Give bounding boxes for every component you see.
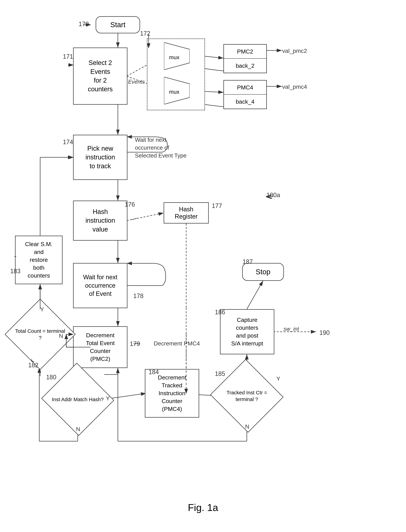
start-node: Start (96, 16, 140, 33)
n-inst-label: N (76, 426, 80, 433)
decrement-pmc4-text: Decrement PMC4 (154, 340, 200, 347)
sw-int-text: sw_int (283, 326, 299, 332)
wait-event-label: Wait for next occurrence of Event (83, 273, 117, 298)
ref-100a-text: 100a (267, 192, 280, 199)
inst-addr-diamond: Inst Addr Match Hash? (51, 374, 104, 424)
ref-179-label: 179 (130, 340, 140, 347)
val-pmc2-label: val_pmc2 (282, 48, 307, 54)
ref-179-text: 179 (130, 340, 140, 347)
y-inst-label: Y (106, 395, 110, 402)
svg-text:mux: mux (169, 54, 179, 60)
wait-selected-label: Wait for next occurrence of Selected Eve… (135, 136, 190, 160)
events-label: Events (128, 79, 145, 85)
hash-instr-node: Hash instruction value (73, 201, 127, 241)
ref-177-text: 177 (212, 202, 222, 209)
ref-182-text: 182 (28, 362, 38, 369)
ref-100a-label: 100a (267, 192, 280, 199)
ref-183-label: 183 (10, 268, 21, 275)
pick-new-label: Pick new instruction to track (85, 144, 115, 171)
decrement-tracked-node: Decrement Tracked Instruction Counter (P… (145, 369, 199, 418)
pmc4-node: PMC4 back_4 (223, 80, 267, 109)
ref-170-text: 170 (79, 21, 89, 28)
capture-counters-node: Capture counters and post S/A interrupt (220, 309, 274, 354)
clear-sm-label: Clear S.M. and restore both counters (25, 240, 53, 279)
pmc2-label: PMC2 (237, 48, 253, 55)
select-events-node: Select 2 Events for 2 counters (73, 48, 127, 105)
diagram: Start 170 Select 2 Events for 2 counters… (0, 0, 406, 532)
stop-node: Stop (242, 263, 284, 281)
ref-176-label: 176 (125, 201, 135, 208)
hash-register-label: Hash Register (175, 206, 198, 220)
ref-182-label: 182 (28, 362, 38, 369)
ref-190-text: 190 (319, 329, 330, 336)
val-pmc4-label: val_pmc4 (282, 83, 307, 90)
y-inst-text: Y (106, 395, 110, 402)
ref-180-text: 180 (46, 374, 56, 381)
ref-185-text: 185 (215, 370, 225, 377)
ref-172-label: 172 (140, 30, 150, 37)
back2-label: back_2 (236, 62, 254, 69)
ref-176-text: 176 (125, 201, 135, 208)
events-text: Events (128, 79, 145, 85)
ref-185-label: 185 (215, 370, 225, 377)
y-tracked-text: Y (276, 375, 280, 382)
n-tracked-label: N (245, 423, 249, 430)
inst-addr-text: Inst Addr Match Hash? (52, 397, 104, 402)
decrement-total-label: Decrement Total Event Counter (PMC2) (86, 331, 115, 363)
ref-186-text: 186 (215, 309, 225, 316)
sw-int-label: sw_int (283, 326, 299, 332)
ref-177-label: 177 (212, 202, 222, 210)
ref-178-label: 178 (133, 292, 144, 300)
tracked-inst-text: Tracked Inst Ctr = terminal ? (226, 390, 267, 402)
ref-170-label: 170 (79, 21, 89, 28)
fig-label-text: Fig. 1a (188, 502, 218, 513)
y-total-text: Y (40, 306, 44, 313)
ref-178-text: 178 (133, 292, 144, 300)
n-tracked-text: N (245, 423, 249, 430)
mux-lower: mux (164, 77, 190, 104)
wait-selected-text: Wait for next occurrence of Selected Eve… (135, 137, 187, 159)
pick-new-node: Pick new instruction to track (73, 135, 127, 180)
total-count-text: Total Count = terminal ? (15, 328, 65, 340)
svg-line-18 (247, 281, 263, 309)
tracked-inst-diamond: Tracked Inst Ctr = terminal ? (220, 371, 274, 421)
back4-label: back_4 (236, 98, 254, 105)
ref-184-text: 184 (149, 368, 159, 375)
total-count-diamond: Total Count = terminal ? (15, 309, 65, 360)
wait-event-node: Wait for next occurrence of Event (73, 263, 127, 308)
ref-187-text: 187 (243, 258, 253, 265)
hash-register-node: Hash Register (164, 202, 209, 224)
decrement-tracked-label: Decrement Tracked Instruction Counter (P… (158, 374, 186, 413)
ref-186-label: 186 (215, 309, 225, 316)
capture-counters-label: Capture counters and post S/A interrupt (231, 316, 263, 347)
ref-190-label: 190 (319, 329, 330, 336)
ref-183-text: 183 (10, 268, 21, 275)
val-pmc2-text: val_pmc2 (282, 48, 307, 54)
y-total-label: Y (40, 306, 44, 313)
ref-174-label: 174 (63, 139, 73, 146)
ref-180-label: 180 (46, 374, 56, 381)
svg-line-24 (127, 213, 164, 221)
pmc2-node: PMC2 back_2 (223, 44, 267, 73)
ref-187-label: 187 (243, 258, 253, 265)
ref-171-text: 171 (63, 53, 73, 60)
val-pmc4-text: val_pmc4 (282, 83, 307, 90)
ref-171-label: 171 (63, 53, 73, 60)
stop-label: Stop (256, 268, 270, 276)
y-tracked-label: Y (276, 375, 280, 382)
mux-upper: mux (164, 42, 190, 70)
fig-label: Fig. 1a (188, 502, 218, 513)
decrement-pmc4-label: Decrement PMC4 (154, 339, 202, 348)
decrement-total-node: Decrement Total Event Counter (PMC2) (73, 326, 127, 368)
ref-174-text: 174 (63, 139, 73, 146)
pmc4-label: PMC4 (237, 84, 253, 91)
clear-sm-node: Clear S.M. and restore both counters (15, 236, 63, 284)
select-events-label: Select 2 Events for 2 counters (88, 59, 113, 94)
ref-184-label: 184 (149, 368, 159, 376)
start-label: Start (110, 21, 125, 29)
hash-instr-label: Hash instruction value (85, 207, 115, 234)
ref-172-text: 172 (140, 30, 150, 37)
svg-text:mux: mux (169, 89, 179, 95)
n-inst-text: N (76, 426, 80, 432)
